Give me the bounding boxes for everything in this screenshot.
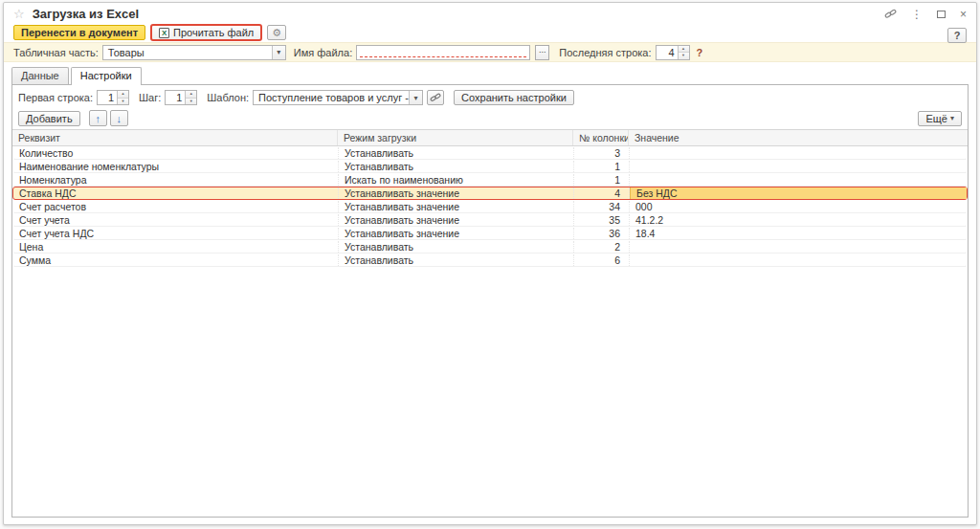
cell-value[interactable] <box>630 254 967 266</box>
step-input[interactable]: 1 ▲ ▼ <box>165 90 197 105</box>
tab-settings[interactable]: Настройки <box>71 67 142 85</box>
move-down-button[interactable]: ↓ <box>110 110 128 126</box>
cell-attr[interactable]: Счет расчетов <box>13 201 339 212</box>
column-header[interactable]: Реквизит <box>12 130 338 145</box>
cell-attr[interactable]: Счет учета <box>13 214 339 226</box>
chevron-down-icon[interactable]: ▾ <box>272 46 285 59</box>
cell-value[interactable] <box>630 174 967 186</box>
move-up-button[interactable]: ↑ <box>89 110 107 126</box>
add-button[interactable]: Добавить <box>18 111 80 126</box>
column-header[interactable]: № колонки <box>573 130 629 145</box>
browse-file-button[interactable]: ... <box>535 45 549 60</box>
cell-attr[interactable]: Счет учета НДС <box>13 228 339 239</box>
step-spinner[interactable]: ▲ ▼ <box>185 91 196 104</box>
favorite-star-icon[interactable]: ☆ <box>13 7 25 21</box>
table-toolbar: Добавить ↑ ↓ Ещё ▾ <box>12 109 968 129</box>
cell-mode[interactable]: Искать по наименованию <box>339 174 574 186</box>
cell-col[interactable]: 4 <box>574 187 630 199</box>
table-part-select[interactable]: Товары ▾ <box>102 45 286 60</box>
column-header[interactable]: Режим загрузки <box>338 130 573 145</box>
more-button[interactable]: Ещё ▾ <box>918 111 962 126</box>
read-file-button[interactable]: X Прочитать файл <box>150 24 262 41</box>
cell-value[interactable]: 18.4 <box>630 228 967 239</box>
get-link-icon[interactable] <box>884 8 897 20</box>
table-row[interactable]: СуммаУстанавливать6 <box>12 253 968 267</box>
app-window: ☆ Загрузка из Excel ⋮ × Перенести в доку… <box>3 2 977 525</box>
title-bar: ☆ Загрузка из Excel ⋮ × <box>4 3 976 23</box>
table-row[interactable]: Ставка НДСУстанавливать значение4Без НДС <box>12 187 968 200</box>
cell-mode[interactable]: Устанавливать <box>339 241 574 253</box>
cell-attr[interactable]: Цена <box>13 241 339 253</box>
command-bar: Перенести в документ X Прочитать файл ⚙ <box>4 23 976 42</box>
first-row-input[interactable]: 1 ▲ ▼ <box>97 90 129 105</box>
settings-gear-button[interactable]: ⚙ <box>267 25 286 40</box>
maximize-icon[interactable] <box>937 9 946 20</box>
tab-strip: Данные Настройки <box>4 62 976 84</box>
cell-mode[interactable]: Устанавливать значение <box>339 201 574 212</box>
cell-attr[interactable]: Количество <box>13 147 339 159</box>
first-row-spinner[interactable]: ▲ ▼ <box>117 91 128 104</box>
cell-col[interactable]: 1 <box>574 174 630 186</box>
table-part-label: Табличная часть: <box>13 47 99 58</box>
table-header: РеквизитРежим загрузки№ колонкиЗначение <box>12 129 968 146</box>
spinner-down-icon[interactable]: ▼ <box>118 98 128 105</box>
cell-col[interactable]: 35 <box>574 214 630 226</box>
transfer-to-document-button[interactable]: Перенести в документ <box>13 25 145 40</box>
cell-mode[interactable]: Устанавливать <box>339 161 574 172</box>
cell-value[interactable]: 000 <box>630 201 967 212</box>
chevron-down-icon[interactable]: ▾ <box>409 91 422 104</box>
cell-attr[interactable]: Наименование номенклатуры <box>13 161 339 172</box>
last-row-spinner[interactable]: ▲ ▼ <box>678 46 689 59</box>
save-settings-button[interactable]: Сохранить настройки <box>454 90 574 105</box>
cell-attr[interactable]: Сумма <box>13 254 339 266</box>
step-label: Шаг: <box>139 92 161 103</box>
help-button[interactable]: ? <box>947 28 967 43</box>
cell-attr[interactable]: Номенклатура <box>13 174 339 186</box>
cell-value[interactable]: Без НДС <box>630 187 967 199</box>
cell-mode[interactable]: Устанавливать значение <box>339 187 574 199</box>
cell-mode[interactable]: Устанавливать значение <box>339 228 574 239</box>
template-label: Шаблон: <box>207 92 249 103</box>
template-select[interactable]: Поступление товаров и услуг - Товары ▾ <box>253 90 423 105</box>
cell-attr[interactable]: Ставка НДС <box>13 187 339 199</box>
cell-value[interactable]: 41.2.2 <box>630 214 967 226</box>
step-value: 1 <box>166 92 185 103</box>
cell-mode[interactable]: Устанавливать значение <box>339 214 574 226</box>
cell-col[interactable]: 36 <box>574 228 630 239</box>
file-name-input[interactable] <box>356 45 530 60</box>
last-row-input[interactable]: 4 ▲ ▼ <box>656 45 690 60</box>
table-row[interactable]: Счет учета НДСУстанавливать значение3618… <box>12 227 968 240</box>
cell-col[interactable]: 2 <box>574 241 630 253</box>
table-row[interactable]: Счет учетаУстанавливать значение3541.2.2 <box>12 213 968 227</box>
table-row[interactable]: КоличествоУстанавливать3 <box>12 146 968 160</box>
mapping-table-body: КоличествоУстанавливать3Наименование ном… <box>12 146 968 517</box>
tab-data[interactable]: Данные <box>11 67 69 84</box>
last-row-help-link[interactable]: ? <box>697 47 703 58</box>
cell-col[interactable]: 3 <box>574 147 630 159</box>
template-value: Поступление товаров и услуг - Товары <box>254 92 409 103</box>
cell-col[interactable]: 1 <box>574 161 630 172</box>
close-icon[interactable]: × <box>960 9 967 20</box>
first-row-value: 1 <box>98 92 117 103</box>
cell-value[interactable] <box>630 147 967 159</box>
cell-mode[interactable]: Устанавливать <box>339 254 574 266</box>
template-link-button[interactable] <box>427 90 444 105</box>
table-row[interactable]: Наименование номенклатурыУстанавливать1 <box>12 160 968 173</box>
chevron-down-icon: ▾ <box>950 114 954 122</box>
table-part-value: Товары <box>103 47 272 58</box>
column-header[interactable]: Значение <box>629 130 968 145</box>
cell-col[interactable]: 34 <box>574 201 630 212</box>
spinner-down-icon[interactable]: ▼ <box>679 52 689 59</box>
spinner-down-icon[interactable]: ▼ <box>186 98 196 105</box>
file-name-label: Имя файла: <box>294 47 352 58</box>
table-row[interactable]: ЦенаУстанавливать2 <box>12 240 968 253</box>
cell-value[interactable] <box>630 161 967 172</box>
settings-panel: Первая строка: 1 ▲ ▼ Шаг: 1 ▲ ▼ Шаблон: … <box>11 84 969 518</box>
table-row[interactable]: Счет расчетовУстанавливать значение34000 <box>12 200 968 213</box>
table-row[interactable]: НоменклатураИскать по наименованию1 <box>12 173 968 187</box>
cell-mode[interactable]: Устанавливать <box>339 147 574 159</box>
more-menu-icon[interactable]: ⋮ <box>911 9 923 20</box>
more-label: Ещё <box>925 113 947 124</box>
cell-col[interactable]: 6 <box>574 254 630 266</box>
cell-value[interactable] <box>630 241 967 253</box>
